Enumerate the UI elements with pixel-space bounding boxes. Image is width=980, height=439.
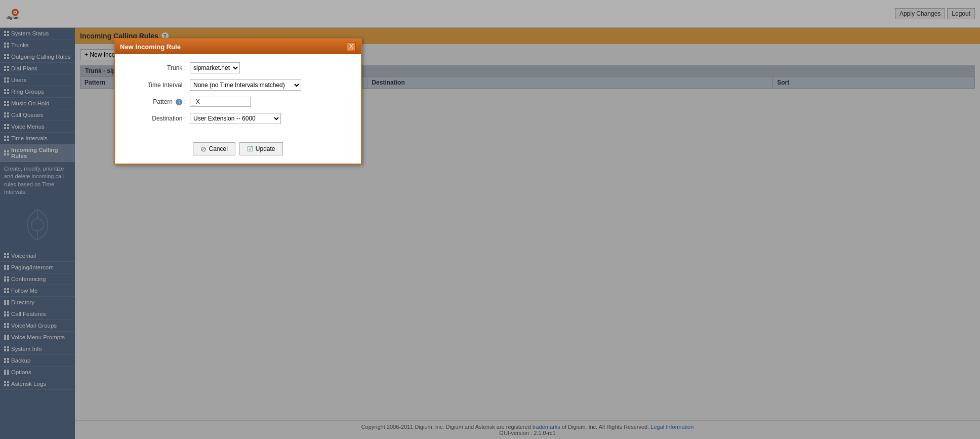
update-label: Update bbox=[256, 145, 275, 152]
modal-header: New Incoming Rule X bbox=[115, 39, 361, 54]
pattern-info-icon[interactable]: i bbox=[176, 99, 182, 105]
new-incoming-rule-modal: New Incoming Rule X Trunk : sipmarket.ne… bbox=[114, 38, 362, 165]
pattern-label: Pattern i : bbox=[125, 98, 186, 106]
pattern-input[interactable] bbox=[190, 97, 251, 107]
time-interval-label: Time Interval : bbox=[125, 82, 186, 89]
modal-overlay: New Incoming Rule X Trunk : sipmarket.ne… bbox=[0, 0, 980, 439]
modal-close-button[interactable]: X bbox=[347, 42, 356, 51]
update-icon: ☑ bbox=[247, 145, 254, 153]
destination-label: Destination : bbox=[125, 115, 186, 122]
cancel-icon: ⊘ bbox=[200, 145, 207, 153]
cancel-button[interactable]: ⊘ Cancel bbox=[193, 142, 235, 155]
cancel-label: Cancel bbox=[209, 145, 227, 152]
modal-body: Trunk : sipmarket.net Time Interval : No… bbox=[115, 54, 361, 138]
time-interval-row: Time Interval : None (no Time Intervals … bbox=[125, 79, 351, 91]
trunk-row: Trunk : sipmarket.net bbox=[125, 62, 351, 73]
pattern-row: Pattern i : bbox=[125, 97, 351, 107]
modal-title: New Incoming Rule bbox=[120, 43, 181, 51]
destination-row: Destination : User Extension -- 6000 bbox=[125, 113, 351, 124]
trunk-select[interactable]: sipmarket.net bbox=[190, 62, 240, 73]
trunk-label: Trunk : bbox=[125, 64, 186, 71]
update-button[interactable]: ☑ Update bbox=[239, 142, 283, 155]
modal-footer: ⊘ Cancel ☑ Update bbox=[115, 138, 361, 164]
destination-select[interactable]: User Extension -- 6000 bbox=[190, 113, 281, 124]
time-interval-select[interactable]: None (no Time Intervals matched) bbox=[190, 79, 301, 91]
